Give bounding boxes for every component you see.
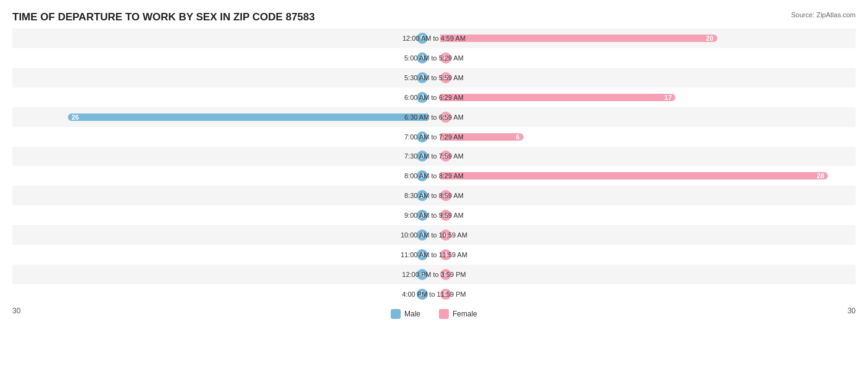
male-section: 26 (12, 107, 434, 127)
female-zero-dot: 0 (440, 269, 451, 280)
male-section: 0 (12, 88, 434, 107)
bottom-axis: 30 Male Female 30 (12, 304, 856, 319)
female-section: 17 (434, 88, 856, 107)
male-zero-dot: 0 (417, 229, 428, 241)
male-section: 0 (12, 205, 434, 225)
legend-female-label: Female (453, 310, 477, 318)
female-zero-dot: 0 (440, 52, 451, 64)
male-section: 0 (12, 68, 434, 88)
male-zero-dot: 0 (417, 52, 428, 64)
male-value: 26 (72, 113, 79, 121)
female-zero-dot: 0 (440, 289, 451, 300)
female-section: 0 (434, 245, 856, 265)
bar-row: 07:00 AM to 7:29 AM6 (12, 127, 856, 147)
legend: Male Female (391, 309, 477, 319)
bar-row: 010:00 AM to 10:59 AM0 (12, 225, 856, 245)
male-section: 0 (12, 186, 434, 205)
chart-title: TIME OF DEPARTURE TO WORK BY SEX IN ZIP … (12, 11, 856, 23)
male-zero-dot: 0 (417, 289, 428, 300)
axis-left: 30 (12, 307, 20, 319)
female-zero-dot: 0 (440, 112, 451, 123)
male-section: 0 (12, 147, 434, 167)
female-bar: 28 (440, 172, 828, 179)
female-section: 0 (434, 265, 856, 284)
female-section: 0 (434, 205, 856, 225)
bar-row: 012:00 AM to 4:59 AM20 (12, 28, 856, 48)
female-value: 28 (817, 172, 824, 179)
female-section: 0 (434, 225, 856, 245)
female-zero-dot: 0 (440, 210, 451, 221)
female-section: 20 (434, 28, 856, 48)
female-section: 28 (434, 166, 856, 186)
rows-container: 012:00 AM to 4:59 AM2005:00 AM to 5:29 A… (12, 28, 856, 304)
male-zero-dot: 0 (417, 170, 428, 181)
female-section: 0 (434, 284, 856, 304)
male-zero-dot: 0 (417, 72, 428, 83)
chart-area: 012:00 AM to 4:59 AM2005:00 AM to 5:29 A… (12, 28, 856, 323)
female-section: 0 (434, 48, 856, 68)
male-section: 0 (12, 166, 434, 186)
male-zero-dot: 0 (417, 151, 428, 162)
legend-male-label: Male (404, 310, 420, 318)
male-zero-dot: 0 (417, 210, 428, 221)
bar-row: 06:00 AM to 6:29 AM17 (12, 88, 856, 107)
female-section: 0 (434, 107, 856, 127)
bar-row: 08:00 AM to 8:29 AM28 (12, 166, 856, 186)
female-section: 0 (434, 147, 856, 167)
bar-row: 05:30 AM to 5:59 AM0 (12, 68, 856, 88)
male-section: 0 (12, 265, 434, 284)
male-zero-dot: 0 (417, 249, 428, 260)
legend-female-box (439, 309, 449, 319)
female-bar: 17 (440, 94, 675, 101)
bar-row: 011:00 AM to 11:59 AM0 (12, 245, 856, 265)
male-zero-dot: 0 (417, 190, 428, 201)
male-zero-dot: 0 (417, 269, 428, 280)
source-label: Source: ZipAtlas.com (791, 11, 856, 19)
female-section: 0 (434, 186, 856, 205)
bar-row: 05:00 AM to 5:29 AM0 (12, 48, 856, 68)
male-section: 0 (12, 245, 434, 265)
bar-row: 266:30 AM to 6:59 AM0 (12, 107, 856, 127)
male-section: 0 (12, 225, 434, 245)
female-zero-dot: 0 (440, 151, 451, 162)
bar-row: 07:30 AM to 7:59 AM0 (12, 147, 856, 167)
female-section: 0 (434, 68, 856, 88)
bar-row: 04:00 PM to 11:59 PM0 (12, 284, 856, 304)
male-zero-dot: 0 (417, 131, 428, 142)
male-section: 0 (12, 28, 434, 48)
chart-container: TIME OF DEPARTURE TO WORK BY SEX IN ZIP … (0, 0, 868, 367)
axis-right: 30 (848, 307, 856, 319)
female-bar: 20 (440, 35, 717, 42)
female-zero-dot: 0 (440, 190, 451, 201)
legend-female: Female (439, 309, 477, 319)
bar-row: 08:30 AM to 8:59 AM0 (12, 186, 856, 205)
female-zero-dot: 0 (440, 72, 451, 83)
female-value: 20 (706, 35, 713, 42)
female-bar: 6 (440, 133, 524, 141)
female-section: 6 (434, 127, 856, 147)
bar-row: 09:00 AM to 9:59 AM0 (12, 205, 856, 225)
male-bar: 26 (68, 113, 428, 121)
legend-male: Male (391, 309, 420, 319)
male-section: 0 (12, 127, 434, 147)
male-zero-dot: 0 (417, 33, 428, 44)
male-zero-dot: 0 (417, 92, 428, 103)
female-zero-dot: 0 (440, 249, 451, 260)
legend-male-box (391, 309, 401, 319)
bar-row: 012:00 PM to 3:59 PM0 (12, 265, 856, 284)
male-section: 0 (12, 284, 434, 304)
female-value: 17 (664, 94, 672, 101)
female-zero-dot: 0 (440, 229, 451, 241)
male-section: 0 (12, 48, 434, 68)
female-value: 6 (515, 133, 519, 141)
